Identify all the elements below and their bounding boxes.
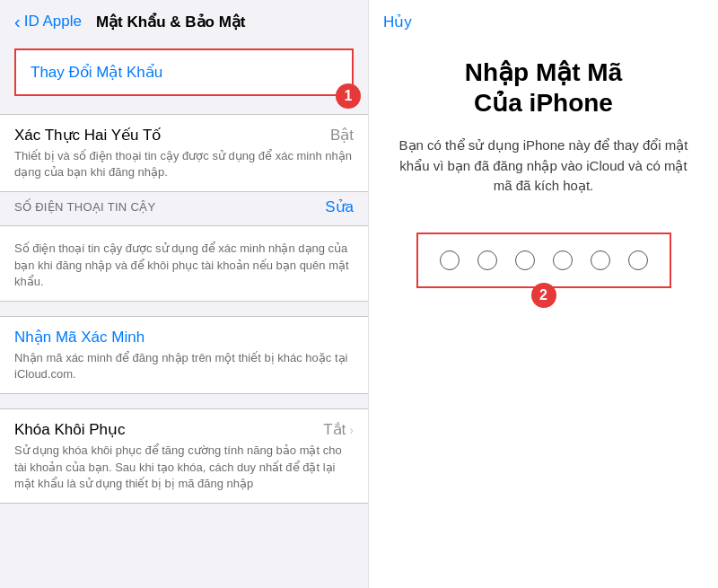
trusted-phone-edit[interactable]: Sửa [325,197,354,216]
back-button[interactable]: ‹ ID Apple [14,13,82,31]
change-password-section: Thay Đổi Mật Khẩu 1 [14,48,354,96]
passcode-area: 2 [398,233,689,288]
recovery-chevron-icon: › [349,423,354,437]
recovery-title: Khóa Khôi Phục [14,420,125,439]
two-factor-value: Bật [330,126,354,145]
recovery-item[interactable]: Khóa Khôi Phục Tắt › Sử dụng khóa khôi p… [0,409,368,503]
verification-description: Nhận mã xác minh để đăng nhập trên một t… [14,350,354,382]
trusted-phone-description: Số điện thoại tin cậy được sử dụng để xá… [14,241,354,290]
settings-content: Thay Đổi Mật Khẩu 1 Xác Thực Hai Yếu Tố … [0,39,368,588]
two-factor-description: Thiết bị và số điện thoại tin cậy được s… [14,148,354,180]
change-password-label[interactable]: Thay Đổi Mật Khẩu [31,64,162,81]
change-password-box: Thay Đổi Mật Khẩu [14,48,354,96]
cancel-button[interactable]: Hủy [383,13,412,31]
step1-badge: 1 [336,83,361,109]
two-factor-section: Xác Thực Hai Yếu Tố Bật Thiết bị và số đ… [0,114,368,192]
passcode-dot-1 [440,250,460,270]
back-chevron-icon: ‹ [14,13,21,31]
passcode-dot-4 [553,250,573,270]
left-panel: ‹ ID Apple Mật Khẩu & Bảo Mật Thay Đổi M… [0,0,368,588]
passcode-dot-3 [515,250,535,270]
nav-bar: ‹ ID Apple Mật Khẩu & Bảo Mật [0,0,368,39]
two-factor-title: Xác Thực Hai Yếu Tố [14,126,161,145]
step2-badge: 2 [531,283,556,308]
two-factor-item[interactable]: Xác Thực Hai Yếu Tố Bật Thiết bị và số đ… [0,115,368,191]
passcode-dot-2 [477,250,497,270]
enter-passcode-description: Bạn có thể sử dụng iPhone này để thay đổ… [398,136,689,197]
trusted-phone-header-row: SỐ ĐIỆN THOẠI TIN CẬY Sửa [0,192,368,218]
recovery-value: Tắt [323,420,346,439]
passcode-input-box[interactable] [416,233,671,288]
page-title: Mật Khẩu & Bảo Mật [96,13,246,31]
right-content: Nhập Mật Mã Của iPhone Bạn có thể sử dụn… [369,39,718,588]
passcode-dot-5 [591,250,610,270]
verification-section: Nhận Mã Xác Minh Nhận mã xác minh để đăn… [0,316,368,394]
trusted-phone-item: Số điện thoại tin cậy được sử dụng để xá… [0,226,368,301]
right-nav: Hủy [369,0,718,39]
recovery-section: Khóa Khôi Phục Tắt › Sử dụng khóa khôi p… [0,408,368,504]
enter-passcode-title: Nhập Mật Mã Của iPhone [465,57,623,118]
passcode-dot-6 [628,250,648,270]
right-panel: Hủy Nhập Mật Mã Của iPhone Bạn có thể sử… [368,0,718,588]
back-label: ID Apple [24,13,82,31]
recovery-description: Sử dụng khóa khôi phục để tăng cường tín… [14,443,354,492]
trusted-phone-header: SỐ ĐIỆN THOẠI TIN CẬY [14,200,155,214]
trusted-phone-section: Số điện thoại tin cậy được sử dụng để xá… [0,225,368,302]
verification-item[interactable]: Nhận Mã Xác Minh Nhận mã xác minh để đăn… [0,317,368,393]
verification-title: Nhận Mã Xác Minh [14,329,144,346]
